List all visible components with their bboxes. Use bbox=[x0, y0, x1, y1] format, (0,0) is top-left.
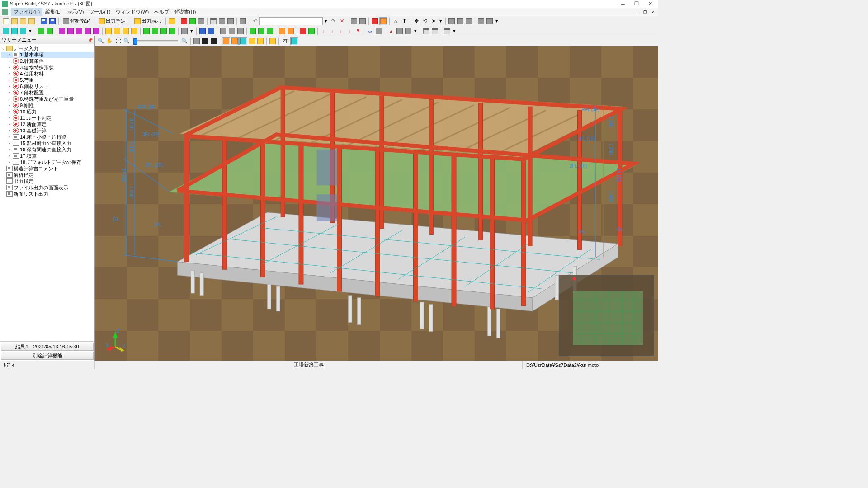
tb-rotate[interactable]: ⟲ bbox=[421, 17, 429, 25]
tb2-g1[interactable] bbox=[249, 27, 257, 35]
tb2-b1[interactable] bbox=[2, 27, 10, 35]
vt-zoom[interactable]: 🔍 bbox=[123, 37, 131, 45]
close-button[interactable]: ✕ bbox=[644, 0, 656, 8]
tb2-h1[interactable] bbox=[278, 27, 286, 35]
menu-tool[interactable]: ツール(T) bbox=[86, 8, 113, 16]
tb2-f5[interactable] bbox=[236, 27, 245, 35]
tb-history-combo[interactable] bbox=[259, 17, 323, 25]
tb2-print2[interactable] bbox=[431, 27, 439, 35]
tb2-print1[interactable] bbox=[422, 27, 430, 35]
tb-analysis-spec[interactable]: 解析指定 bbox=[61, 17, 92, 25]
vt-pan[interactable]: ✋ bbox=[105, 37, 113, 45]
tb-new[interactable] bbox=[2, 17, 10, 25]
tb2-print3-drop[interactable]: ▾ bbox=[452, 28, 457, 34]
menu-edit[interactable]: 編集(E) bbox=[42, 8, 65, 16]
menu-help[interactable]: ヘルプ、解説書(H) bbox=[151, 8, 198, 16]
tb2-c3[interactable] bbox=[58, 27, 66, 35]
tree-item-3[interactable]: ›3.建物特殊形状 bbox=[1, 64, 94, 70]
tb2-grid-drop[interactable]: ▾ bbox=[189, 28, 194, 34]
tb2-j3[interactable]: ↓ bbox=[337, 27, 345, 35]
tb-grid1[interactable] bbox=[350, 17, 358, 25]
tb2-e2[interactable] bbox=[151, 27, 159, 35]
tree-item-1[interactable]: ›1.基本事項 bbox=[1, 52, 94, 58]
tree-extra-2[interactable]: 出力指定 bbox=[1, 178, 94, 184]
tree-extra-3[interactable]: ファイル出力の画面表示 bbox=[1, 184, 94, 191]
menu-view[interactable]: 表示(V) bbox=[65, 8, 87, 16]
tb2-l3[interactable] bbox=[404, 27, 412, 35]
tree-item-13[interactable]: ›13.基礎計算 bbox=[1, 127, 94, 134]
tb2-g3[interactable] bbox=[266, 27, 274, 35]
tb-nav-home[interactable]: ⌂ bbox=[392, 17, 400, 25]
tb2-c1[interactable] bbox=[37, 27, 45, 35]
tree-extra-0[interactable]: 構造計算書コメント bbox=[1, 165, 94, 172]
tb-nav-up[interactable]: ⬆ bbox=[400, 17, 408, 25]
tb-icon-a3[interactable] bbox=[189, 17, 197, 25]
menu-file[interactable]: ファイル(F) bbox=[11, 8, 42, 16]
tree-footer-extra[interactable]: 別途計算機能 bbox=[1, 352, 94, 360]
tb2-j5[interactable]: ⚑ bbox=[354, 27, 362, 35]
tb-win4[interactable] bbox=[477, 17, 485, 25]
tb-grid4[interactable] bbox=[379, 17, 387, 25]
tb2-k2[interactable] bbox=[375, 27, 383, 35]
tb2-h2[interactable] bbox=[287, 27, 295, 35]
tb2-i2[interactable] bbox=[307, 27, 316, 35]
tb2-grid[interactable] bbox=[180, 27, 189, 35]
vt-shade4[interactable] bbox=[248, 37, 256, 45]
tree-body[interactable]: ⌄ データ入力 ›1.基本事項›2.計算条件›3.建物特殊形状›4.使用材料›5… bbox=[0, 44, 94, 341]
tb2-b3[interactable] bbox=[19, 27, 27, 35]
tb2-d2[interactable] bbox=[113, 27, 121, 35]
vt-x1[interactable] bbox=[269, 37, 277, 45]
tb2-c7[interactable] bbox=[92, 27, 100, 35]
vt-v1[interactable] bbox=[193, 37, 201, 45]
tree-footer-result[interactable]: 結果1 2021/05/13 16:15:30 bbox=[1, 343, 94, 351]
tree-item-14[interactable]: ›14.床・小梁・片持梁 bbox=[1, 134, 94, 140]
tb-redo[interactable]: ↷ bbox=[329, 17, 337, 25]
viewport-3d[interactable]: RFL (3F) 3FL (2F) 2FL (1F) 1FL GL 3,750 … bbox=[95, 46, 658, 361]
tree-item-10[interactable]: ›10.応力 bbox=[1, 108, 94, 115]
tb2-c4[interactable] bbox=[66, 27, 75, 35]
tb2-e4[interactable] bbox=[168, 27, 176, 35]
tb-print[interactable] bbox=[209, 17, 217, 25]
tb2-i1[interactable] bbox=[299, 27, 307, 35]
vt-fit[interactable]: 🔍 bbox=[180, 37, 189, 45]
tb2-c2[interactable] bbox=[46, 27, 54, 35]
tb-icon-a7[interactable] bbox=[239, 17, 247, 25]
vt-zoom-slider[interactable] bbox=[133, 40, 178, 42]
tb-open2[interactable] bbox=[19, 17, 27, 25]
tree-item-2[interactable]: ›2.計算条件 bbox=[1, 58, 94, 64]
maximize-button[interactable]: ❐ bbox=[630, 0, 643, 8]
tb2-l1[interactable]: ▲ bbox=[387, 27, 395, 35]
tree-item-12[interactable]: ›12.断面算定 bbox=[1, 121, 94, 127]
vt-shade1[interactable] bbox=[222, 37, 230, 45]
tb-win3[interactable] bbox=[465, 17, 473, 25]
mini-map[interactable] bbox=[559, 275, 654, 356]
tb-output-disp[interactable]: 出力表示 bbox=[132, 17, 164, 25]
tb-grid3[interactable] bbox=[371, 17, 379, 25]
tree-item-7[interactable]: ›7.部材配置 bbox=[1, 89, 94, 96]
mdi-minimize-button[interactable]: _ bbox=[634, 9, 641, 15]
tb-win5[interactable] bbox=[486, 17, 494, 25]
tb2-k1[interactable]: ∞ bbox=[366, 27, 374, 35]
vt-v3[interactable] bbox=[210, 37, 218, 45]
tb2-j2[interactable]: ↓ bbox=[328, 27, 336, 35]
tree-root[interactable]: ⌄ データ入力 bbox=[1, 45, 94, 52]
tb2-d3[interactable] bbox=[122, 27, 130, 35]
tb-win1[interactable] bbox=[448, 17, 456, 25]
tb-save[interactable] bbox=[40, 17, 48, 25]
tb-pointer-drop[interactable]: ▾ bbox=[438, 18, 443, 24]
tb-output-spec[interactable]: 出力指定 bbox=[96, 17, 128, 25]
tb2-l2[interactable] bbox=[396, 27, 404, 35]
tb-win2[interactable] bbox=[456, 17, 464, 25]
tree-extra-4[interactable]: 断面リスト出力 bbox=[1, 191, 94, 197]
vt-last[interactable] bbox=[290, 37, 298, 45]
tb-icon-a2[interactable] bbox=[180, 17, 188, 25]
tb-icon-a4[interactable] bbox=[197, 17, 205, 25]
tree-item-9[interactable]: ›9.剛性 bbox=[1, 102, 94, 108]
mdi-close-button[interactable]: × bbox=[649, 9, 656, 15]
tb2-f4[interactable] bbox=[228, 27, 236, 35]
tb-win5-drop[interactable]: ▾ bbox=[494, 18, 500, 24]
tree-pin-icon[interactable]: 📌 bbox=[88, 38, 93, 42]
vt-v2[interactable] bbox=[201, 37, 209, 45]
tb2-f1[interactable] bbox=[198, 27, 207, 35]
tb-icon-a1[interactable] bbox=[168, 17, 176, 25]
